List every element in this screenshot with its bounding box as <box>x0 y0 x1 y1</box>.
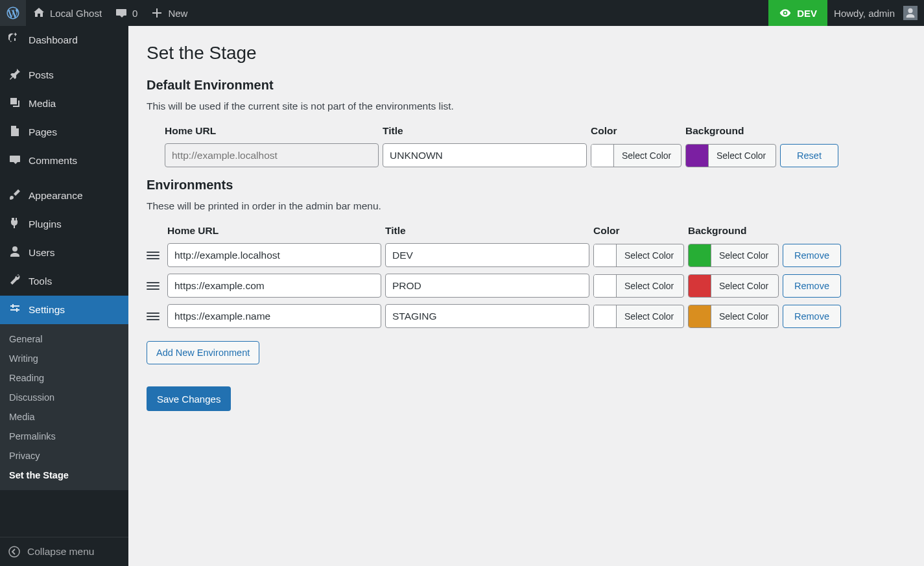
env-bg-button[interactable]: Select Color <box>688 244 779 267</box>
plus-icon <box>150 6 163 19</box>
default-home-url-input <box>165 143 379 167</box>
page-icon <box>8 124 22 140</box>
reset-button[interactable]: Reset <box>780 144 838 167</box>
submenu-reading[interactable]: Reading <box>0 368 128 388</box>
env-color-button[interactable]: Select Color <box>593 274 684 298</box>
sidebar-item-users[interactable]: Users <box>0 239 128 267</box>
col-color: Color <box>591 125 681 137</box>
page-title: Set the Stage <box>147 43 906 64</box>
drag-handle[interactable] <box>147 310 160 323</box>
submenu-permalinks[interactable]: Permalinks <box>0 427 128 446</box>
submenu-writing[interactable]: Writing <box>0 349 128 368</box>
sidebar-item-tools[interactable]: Tools <box>0 267 128 296</box>
content-area: Set the Stage Default Environment This w… <box>128 26 924 566</box>
env-home-url-input[interactable] <box>167 274 381 298</box>
new-label: New <box>168 8 187 19</box>
plug-icon <box>8 217 22 232</box>
sidebar-item-settings[interactable]: Settings <box>0 296 128 324</box>
col-title: Title <box>383 125 587 137</box>
collapse-menu-button[interactable]: Collapse menu <box>0 537 128 566</box>
svg-point-0 <box>15 99 17 101</box>
brush-icon <box>8 188 22 204</box>
default-title-input[interactable] <box>383 143 587 167</box>
submenu-set-the-stage[interactable]: Set the Stage <box>0 466 128 485</box>
environments-description: These will be printed in order in the ad… <box>147 200 906 212</box>
sidebar-item-posts[interactable]: Posts <box>0 61 128 89</box>
col-background: Background <box>688 225 779 237</box>
env-title-input[interactable] <box>385 274 589 298</box>
site-name: Local Ghost <box>50 8 102 19</box>
comments-count: 0 <box>132 8 137 19</box>
sidebar-item-media[interactable]: Media <box>0 89 128 118</box>
col-color: Color <box>593 225 684 237</box>
color-swatch <box>594 305 617 327</box>
col-home-url: Home URL <box>167 225 381 237</box>
submenu-media[interactable]: Media <box>0 407 128 427</box>
env-bg-button[interactable]: Select Color <box>688 274 779 298</box>
env-home-url-input[interactable] <box>167 243 381 267</box>
col-title: Title <box>385 225 589 237</box>
wordpress-icon <box>6 6 19 19</box>
comment-icon <box>8 153 22 169</box>
settings-submenu: General Writing Reading Discussion Media… <box>0 324 128 490</box>
col-home-url: Home URL <box>165 125 379 137</box>
sidebar-item-pages[interactable]: Pages <box>0 118 128 147</box>
admin-bar: Local Ghost 0 New DEV Howdy, admin <box>0 0 924 26</box>
col-background: Background <box>685 125 776 137</box>
wp-logo-menu[interactable] <box>0 0 26 26</box>
color-swatch <box>594 244 617 266</box>
wrench-icon <box>8 274 22 289</box>
bg-swatch <box>686 145 709 167</box>
media-icon <box>8 96 22 112</box>
env-home-url-input[interactable] <box>167 304 381 328</box>
env-bg-button[interactable]: Select Color <box>688 305 779 328</box>
sidebar-item-appearance[interactable]: Appearance <box>0 182 128 210</box>
color-swatch <box>594 275 617 297</box>
add-environment-button[interactable]: Add New Environment <box>147 341 259 364</box>
environments-grid: Home URL Title Color Background Select C… <box>147 225 906 328</box>
home-icon <box>32 6 45 19</box>
submenu-discussion[interactable]: Discussion <box>0 388 128 407</box>
bg-swatch <box>689 275 711 297</box>
environments-heading: Environments <box>147 178 906 193</box>
sidebar-item-dashboard[interactable]: Dashboard <box>0 26 128 54</box>
default-env-heading: Default Environment <box>147 78 906 93</box>
svg-point-1 <box>9 547 19 557</box>
default-bg-button[interactable]: Select Color <box>685 144 776 167</box>
save-changes-button[interactable]: Save Changes <box>147 386 231 411</box>
drag-handle[interactable] <box>147 279 160 292</box>
submenu-general[interactable]: General <box>0 329 128 349</box>
remove-button[interactable]: Remove <box>783 244 841 267</box>
comment-icon <box>115 6 128 19</box>
env-color-button[interactable]: Select Color <box>593 305 684 328</box>
admin-sidebar: Dashboard Posts Media Pages Comments App… <box>0 26 128 566</box>
remove-button[interactable]: Remove <box>783 305 841 328</box>
default-env-description: This will be used if the current site is… <box>147 100 906 112</box>
comments-link[interactable]: 0 <box>108 0 144 26</box>
env-badge-text: DEV <box>797 8 817 19</box>
avatar <box>903 6 918 20</box>
drag-handle[interactable] <box>147 249 160 262</box>
pin-icon <box>8 67 22 83</box>
color-swatch <box>591 145 614 167</box>
default-env-grid: Home URL Title Color Background Select C… <box>147 125 906 167</box>
default-color-button[interactable]: Select Color <box>591 144 681 167</box>
eye-icon <box>779 6 792 19</box>
remove-button[interactable]: Remove <box>783 274 841 298</box>
account-link[interactable]: Howdy, admin <box>827 0 924 26</box>
sliders-icon <box>8 302 22 318</box>
submenu-privacy[interactable]: Privacy <box>0 446 128 466</box>
new-content-link[interactable]: New <box>144 0 194 26</box>
env-title-input[interactable] <box>385 243 589 267</box>
sidebar-item-plugins[interactable]: Plugins <box>0 210 128 239</box>
bg-swatch <box>689 305 711 327</box>
bg-swatch <box>689 244 711 266</box>
sidebar-item-comments[interactable]: Comments <box>0 147 128 175</box>
user-icon <box>8 245 22 261</box>
environment-badge[interactable]: DEV <box>768 0 827 26</box>
env-color-button[interactable]: Select Color <box>593 244 684 267</box>
collapse-icon <box>8 545 21 558</box>
site-name-link[interactable]: Local Ghost <box>26 0 108 26</box>
env-title-input[interactable] <box>385 304 589 328</box>
dashboard-icon <box>8 32 22 48</box>
